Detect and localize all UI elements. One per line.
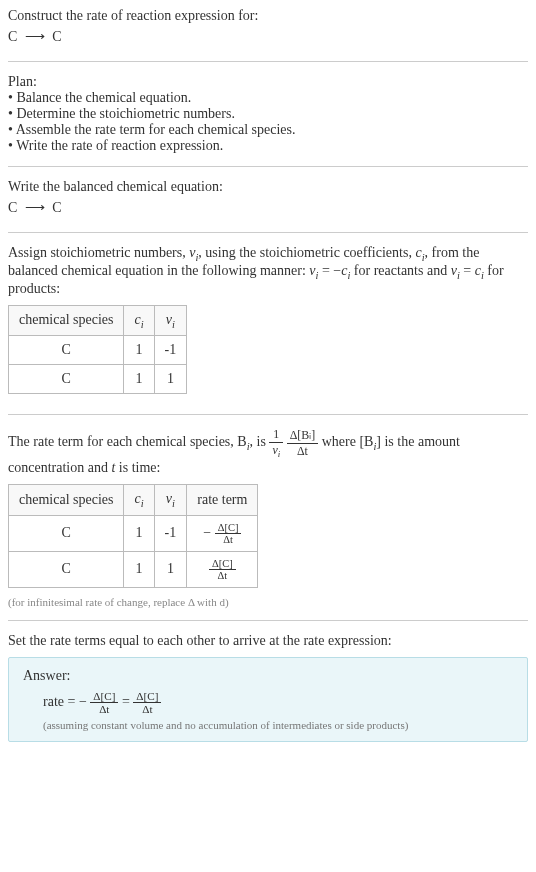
num: Δ[C] (133, 690, 161, 703)
infinitesimal-note: (for infinitesimal rate of change, repla… (8, 596, 528, 608)
text: is time: (115, 460, 160, 475)
plan-text: Write the rate of reaction expression. (16, 138, 223, 153)
cell-nui: -1 (154, 336, 187, 365)
plan-text: Balance the chemical equation. (16, 90, 191, 105)
den: Δt (215, 534, 242, 545)
reaction-equation: C ⟶ C (8, 28, 528, 45)
text: , is (250, 435, 270, 450)
num: Δ[C] (90, 690, 118, 703)
rate-term-section: The rate term for each chemical species,… (8, 427, 528, 620)
table-row: C 1 -1 (9, 336, 187, 365)
col-species: chemical species (9, 484, 124, 515)
text: for reactants and (350, 263, 450, 278)
minus-sign: − (79, 693, 87, 708)
text: The rate term for each chemical species,… (8, 435, 247, 450)
cell-rate-term: Δ[C]Δt (187, 551, 258, 587)
table-row: C 1 1 Δ[C]Δt (9, 551, 258, 587)
eq: = (460, 263, 475, 278)
sub-i: i (141, 498, 144, 509)
rate-frac: Δ[C]Δt (209, 558, 236, 581)
col-nui: νi (154, 484, 187, 515)
den: νi (269, 443, 283, 459)
rate-expression: rate = − Δ[C]Δt = Δ[C]Δt (43, 690, 513, 715)
balanced-section: Write the balanced chemical equation: C … (8, 179, 528, 233)
cell-nui: -1 (154, 515, 187, 551)
eq-neg: = − (318, 263, 341, 278)
stoich-table: chemical species ci νi C 1 -1 C 1 1 (8, 305, 187, 395)
cell-ci: 1 (124, 336, 154, 365)
final-section: Set the rate terms equal to each other t… (8, 633, 528, 754)
rate-frac-2: Δ[C]Δt (133, 690, 161, 715)
answer-label: Answer: (23, 668, 513, 684)
plan-item: • Assemble the rate term for each chemic… (8, 122, 528, 138)
arrow-icon: ⟶ (25, 199, 45, 216)
text: where [B (322, 435, 374, 450)
text: , using the stoichiometric coefficients, (198, 245, 415, 260)
table-header-row: chemical species ci νi (9, 305, 187, 336)
cell-species: C (9, 515, 124, 551)
bullet-icon: • (8, 122, 16, 137)
col-species: chemical species (9, 305, 124, 336)
num: Δ[C] (215, 522, 242, 534)
den: Δt (90, 703, 118, 715)
rate-term-intro: The rate term for each chemical species,… (8, 427, 528, 475)
cell-ci: 1 (124, 515, 154, 551)
set-equal-text: Set the rate terms equal to each other t… (8, 633, 528, 649)
col-ci: ci (124, 484, 154, 515)
rate-word: rate = (43, 693, 79, 708)
rate-term-table: chemical species ci νi rate term C 1 -1 … (8, 484, 258, 588)
num: Δ[Bᵢ] (287, 428, 319, 444)
den: Δt (209, 570, 236, 581)
cell-nui: 1 (154, 365, 187, 394)
cell-species: C (9, 551, 124, 587)
assign-intro: Assign stoichiometric numbers, νi, using… (8, 245, 528, 297)
den: Δt (287, 444, 319, 459)
col-ci: ci (124, 305, 154, 336)
reactant: C (8, 200, 17, 215)
rate-frac: Δ[C]Δt (215, 522, 242, 545)
col-rate-term: rate term (187, 484, 258, 515)
balanced-intro: Write the balanced chemical equation: (8, 179, 528, 195)
reactant: C (8, 29, 17, 44)
cell-ci: 1 (124, 365, 154, 394)
cell-nui: 1 (154, 551, 187, 587)
cell-species: C (9, 336, 124, 365)
den: Δt (133, 703, 161, 715)
table-row: C 1 1 (9, 365, 187, 394)
assumption-note: (assuming constant volume and no accumul… (43, 719, 513, 731)
plan-text: Assemble the rate term for each chemical… (16, 122, 296, 137)
cell-rate-term: − Δ[C]Δt (187, 515, 258, 551)
sub-i: i (278, 450, 280, 460)
table-header-row: chemical species ci νi rate term (9, 484, 258, 515)
product: C (52, 29, 61, 44)
plan-item: • Balance the chemical equation. (8, 90, 528, 106)
plan-text: Determine the stoichiometric numbers. (16, 106, 235, 121)
num: 1 (269, 427, 283, 443)
cell-ci: 1 (124, 551, 154, 587)
plan-header: Plan: (8, 74, 528, 90)
col-nui: νi (154, 305, 187, 336)
plan-item: • Determine the stoichiometric numbers. (8, 106, 528, 122)
plan-item: • Write the rate of reaction expression. (8, 138, 528, 154)
num: Δ[C] (209, 558, 236, 570)
sub-i: i (141, 318, 144, 329)
rate-frac-1: Δ[C]Δt (90, 690, 118, 715)
sub-i: i (172, 498, 175, 509)
one-over-nu: 1νi (269, 427, 283, 459)
equals: = (122, 693, 133, 708)
sub-i: i (172, 318, 175, 329)
answer-box: Answer: rate = − Δ[C]Δt = Δ[C]Δt (assumi… (8, 657, 528, 742)
title-text: Construct the rate of reaction expressio… (8, 8, 528, 24)
plan-section: Plan: • Balance the chemical equation. •… (8, 74, 528, 167)
sign: − (203, 524, 211, 539)
text: Assign stoichiometric numbers, (8, 245, 189, 260)
cell-species: C (9, 365, 124, 394)
stoich-section: Assign stoichiometric numbers, νi, using… (8, 245, 528, 415)
delta-b-frac: Δ[Bᵢ]Δt (287, 428, 319, 459)
balanced-equation: C ⟶ C (8, 199, 528, 216)
arrow-icon: ⟶ (25, 28, 45, 45)
product: C (52, 200, 61, 215)
bullet-icon: • (8, 138, 16, 153)
table-row: C 1 -1 − Δ[C]Δt (9, 515, 258, 551)
title-section: Construct the rate of reaction expressio… (8, 8, 528, 62)
